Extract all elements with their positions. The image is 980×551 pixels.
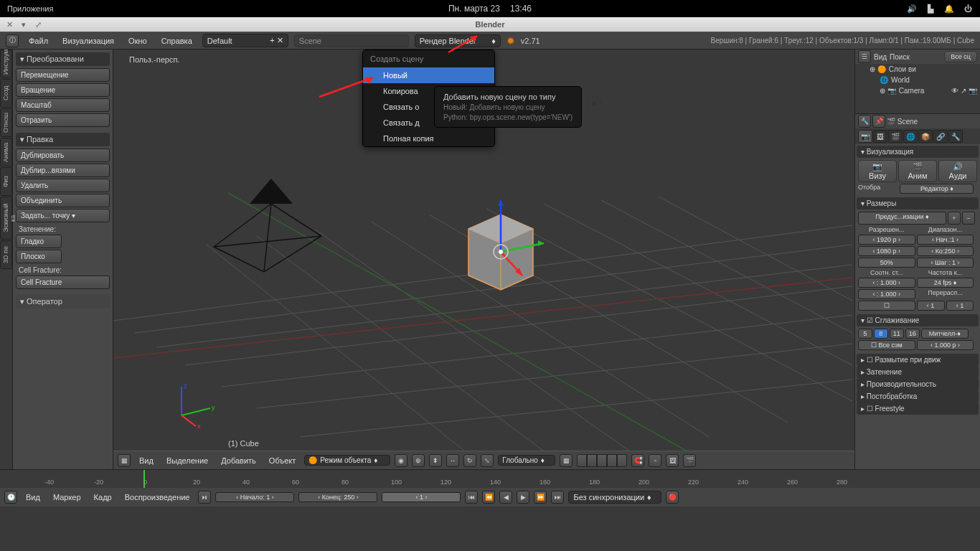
jump-start-icon[interactable]: ⏮	[465, 491, 478, 504]
dims-section[interactable]: ▾ Размеры	[857, 197, 979, 209]
rotate-button[interactable]: Вращение	[16, 83, 110, 97]
layer-btn[interactable]	[607, 454, 617, 467]
preset-del-icon[interactable]: −	[962, 212, 975, 225]
filter-selector[interactable]: Митчелл-♦	[921, 329, 969, 339]
render-button[interactable]: 📷Визу	[858, 160, 897, 182]
layer-btn[interactable]	[597, 454, 607, 467]
translate-button[interactable]: Перемещение	[16, 68, 110, 82]
start-field[interactable]: ‹ Нач.:1 ›	[917, 235, 974, 245]
mirror-button[interactable]: Отразить	[16, 113, 110, 127]
outliner-world[interactable]: 🌐 World	[855, 75, 980, 85]
manip-rotate-icon[interactable]: ↻	[463, 454, 476, 467]
outliner-view[interactable]: Вид	[874, 53, 887, 61]
perf-section[interactable]: ▸ Производительность	[857, 378, 979, 390]
remap-new-field[interactable]: ‹ 1	[946, 301, 974, 311]
minimize-icon[interactable]: ▾	[19, 19, 29, 29]
lamp-object[interactable]	[580, 89, 608, 118]
camera-object[interactable]	[207, 175, 336, 283]
pin-icon[interactable]: 📌	[872, 115, 885, 128]
file-menu[interactable]: Файл	[24, 34, 52, 47]
post-section[interactable]: ▸ Постобработка	[857, 390, 979, 402]
render-preview-icon[interactable]: 🖼	[666, 454, 679, 467]
preset-selector[interactable]: Предус...изации ♦	[858, 212, 946, 225]
cellfracture-button[interactable]: Cell Fracture	[16, 276, 110, 289]
editor-type-icon[interactable]: ▦	[118, 454, 131, 467]
smooth-button[interactable]: Гладко	[16, 235, 62, 248]
modifier-tab-icon[interactable]: 🔧	[948, 130, 963, 143]
sync-selector[interactable]: Без синхронизации ♦	[568, 491, 661, 504]
fullsample-toggle[interactable]: ☐ Все сэм	[858, 340, 915, 350]
tab-relations[interactable]: Отнош	[0, 108, 12, 137]
play-rev-icon[interactable]: ◀	[499, 491, 512, 504]
timeline[interactable]: -40 -20 0 20 40 60 80 100 120 140 160 18…	[0, 469, 980, 507]
pct-field[interactable]: 50%	[858, 258, 915, 268]
duplicate-button[interactable]: Дублировать	[16, 149, 110, 162]
pivot-icon[interactable]: ⊕	[412, 454, 425, 467]
scene-selector[interactable]: Scene	[294, 34, 409, 47]
end-frame-field[interactable]: ‹ Конец: 250 ›	[298, 492, 377, 502]
snap-icon[interactable]: 🧲	[631, 454, 644, 467]
constraint-tab-icon[interactable]: 🔗	[933, 130, 948, 143]
autokey-icon[interactable]: 🔴	[666, 491, 679, 504]
scene-tab-icon[interactable]: 🎬	[888, 130, 903, 143]
view-menu[interactable]: Вид	[135, 454, 158, 467]
snap-type-icon[interactable]: ▫	[649, 454, 661, 467]
range-icon[interactable]: ⏯	[198, 491, 211, 504]
tl-playback[interactable]: Воспроизведение	[121, 491, 194, 504]
layers-icon[interactable]: ▦	[560, 454, 573, 467]
mode-selector[interactable]: 🟠 Режим объекта ♦	[304, 455, 390, 466]
volume-icon[interactable]: 🔊	[907, 4, 917, 14]
prev-key-icon[interactable]: ⏪	[482, 491, 495, 504]
duplinked-button[interactable]: Дублир...вязями	[16, 164, 110, 177]
apps-menu[interactable]: Приложения	[7, 4, 53, 13]
scale-button[interactable]: Масштаб	[16, 98, 110, 112]
aspy-field[interactable]: ‹ : 1.000 ›	[858, 289, 915, 299]
world-tab-icon[interactable]: 🌐	[903, 130, 918, 143]
display-selector[interactable]: Редактор ♦	[900, 184, 974, 194]
render-menu[interactable]: Визуализация	[58, 34, 118, 47]
aspx-field[interactable]: ‹ : 1.000 ›	[858, 278, 915, 288]
timeline-type-icon[interactable]: 🕐	[4, 491, 17, 504]
join-button[interactable]: Объединить	[16, 194, 110, 207]
network-icon[interactable]: ▙	[925, 4, 936, 14]
layout-selector[interactable]: Default+ ✕	[202, 34, 288, 47]
aa-8-button[interactable]: 8	[874, 329, 888, 339]
shading-section[interactable]: ▸ Затенение	[857, 366, 979, 378]
power-icon[interactable]: ⏻	[963, 4, 973, 14]
object-tab-icon[interactable]: 📦	[918, 130, 933, 143]
filtersize-field[interactable]: ‹ 1.000 p ›	[917, 340, 974, 350]
outliner-camera[interactable]: ⊕ 📷 Camera 👁 ↗ 📷	[855, 85, 980, 96]
anim-button[interactable]: 🎬Аним	[898, 160, 937, 182]
flat-button[interactable]: Плоско	[16, 250, 62, 263]
delete-button[interactable]: Удалить	[16, 179, 110, 192]
preset-add-icon[interactable]: +	[948, 212, 961, 225]
tab-create[interactable]: Созд	[0, 79, 12, 108]
outliner-filter[interactable]: Все сц	[944, 51, 977, 62]
layer-btn[interactable]	[587, 454, 597, 467]
close-icon[interactable]: ✕	[4, 19, 14, 29]
mblur-section[interactable]: ▸ ☐ Размытие при движ	[857, 354, 979, 366]
jump-end-icon[interactable]: ⏭	[551, 491, 564, 504]
operator-header[interactable]: ▾ Оператор	[16, 295, 110, 309]
tl-marker[interactable]: Маркер	[49, 491, 85, 504]
fps-field[interactable]: 24 fps ♦	[917, 278, 974, 288]
timeline-ruler[interactable]: -40 -20 0 20 40 60 80 100 120 140 160 18…	[0, 470, 980, 489]
object-menu[interactable]: Объект	[265, 454, 300, 467]
cube-object[interactable]	[458, 200, 544, 301]
popup-item-new[interactable]: Новый	[363, 67, 494, 83]
tab-physics[interactable]: Физ	[0, 167, 12, 196]
end-field[interactable]: ‹ Ко:250 ›	[917, 246, 974, 256]
add-menu[interactable]: Добавить	[217, 454, 260, 467]
remap-old-field[interactable]: ‹ 1	[917, 301, 945, 311]
window-menu[interactable]: Окно	[124, 34, 151, 47]
aa-5-button[interactable]: 5	[858, 329, 872, 339]
tab-grease[interactable]: Эскизный ка	[0, 197, 12, 240]
manip-scale-icon[interactable]: ⤡	[481, 454, 494, 467]
tl-frame[interactable]: Кадр	[90, 491, 116, 504]
render-tab-icon[interactable]: 📷	[858, 130, 872, 143]
tl-view[interactable]: Вид	[22, 491, 44, 504]
res-x-field[interactable]: ‹ 1920 p ›	[858, 235, 915, 245]
orientation-selector[interactable]: Глобально ♦	[498, 455, 555, 466]
maximize-icon[interactable]: ⤢	[33, 19, 43, 29]
tab-anim[interactable]: Анима	[0, 138, 12, 166]
